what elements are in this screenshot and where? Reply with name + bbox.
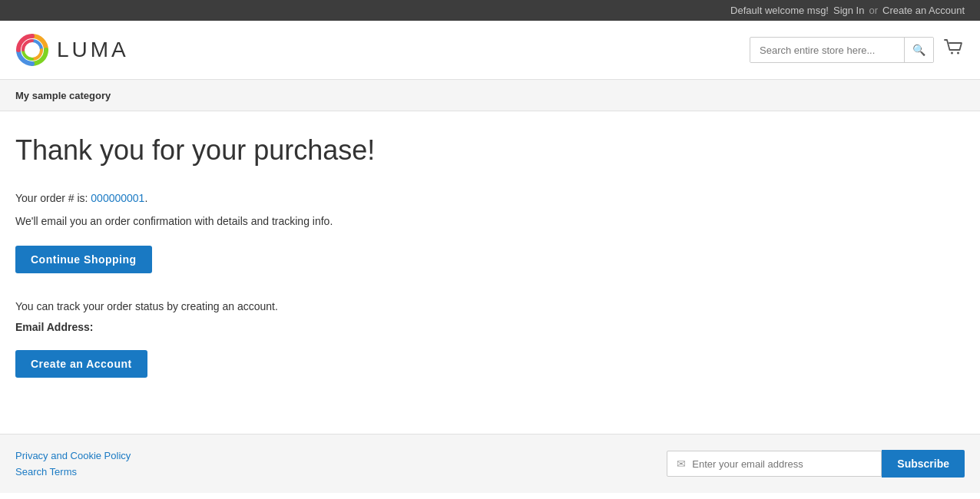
header: LUMA 🔍 — [0, 21, 980, 80]
nav-bar: My sample category — [0, 80, 980, 111]
footer-links: Privacy and Cookie Policy Search Terms — [15, 450, 131, 478]
privacy-policy-link[interactable]: Privacy and Cookie Policy — [15, 450, 131, 461]
cart-icon[interactable] — [943, 37, 965, 63]
welcome-message: Default welcome msg! — [730, 5, 829, 16]
subscribe-email-input[interactable] — [692, 458, 872, 470]
search-terms-link[interactable]: Search Terms — [15, 466, 131, 478]
create-account-button[interactable]: Create an Account — [15, 350, 147, 378]
or-separator: or — [869, 5, 878, 16]
svg-point-1 — [951, 52, 953, 55]
order-info: Your order # is: 000000001. We'll email … — [15, 190, 965, 283]
nav-category-link[interactable]: My sample category — [15, 90, 111, 101]
search-box: 🔍 — [750, 37, 934, 63]
order-suffix: . — [144, 192, 147, 204]
search-icon: 🔍 — [912, 44, 925, 56]
footer-subscribe: ✉ Subscribe — [667, 450, 965, 478]
logo-icon — [15, 33, 49, 67]
account-section: You can track your order status by creat… — [15, 298, 965, 387]
email-label: Email Address: — [15, 321, 965, 333]
order-number: 000000001 — [91, 192, 144, 204]
envelope-icon: ✉ — [677, 458, 686, 470]
search-button[interactable]: 🔍 — [904, 38, 933, 62]
logo-text: LUMA — [57, 38, 129, 62]
svg-point-2 — [957, 52, 959, 55]
create-account-topbar-link[interactable]: Create an Account — [882, 5, 965, 16]
logo[interactable]: LUMA — [15, 33, 129, 67]
header-right: 🔍 — [750, 37, 965, 63]
order-number-text: Your order # is: 000000001. — [15, 190, 965, 207]
search-input[interactable] — [750, 38, 904, 62]
page-title: Thank you for your purchase! — [15, 134, 965, 167]
subscribe-button[interactable]: Subscribe — [882, 450, 965, 478]
top-bar: Default welcome msg! Sign In or Create a… — [0, 0, 980, 21]
subscribe-input-wrap: ✉ — [667, 451, 882, 477]
confirmation-text: We'll email you an order confirmation wi… — [15, 213, 965, 230]
continue-shopping-button[interactable]: Continue Shopping — [15, 246, 152, 273]
footer: Privacy and Cookie Policy Search Terms ✉… — [0, 434, 980, 493]
signin-link[interactable]: Sign In — [833, 5, 864, 16]
main-content: Thank you for your purchase! Your order … — [0, 111, 980, 434]
order-prefix: Your order # is: — [15, 192, 91, 204]
track-order-text: You can track your order status by creat… — [15, 298, 965, 315]
